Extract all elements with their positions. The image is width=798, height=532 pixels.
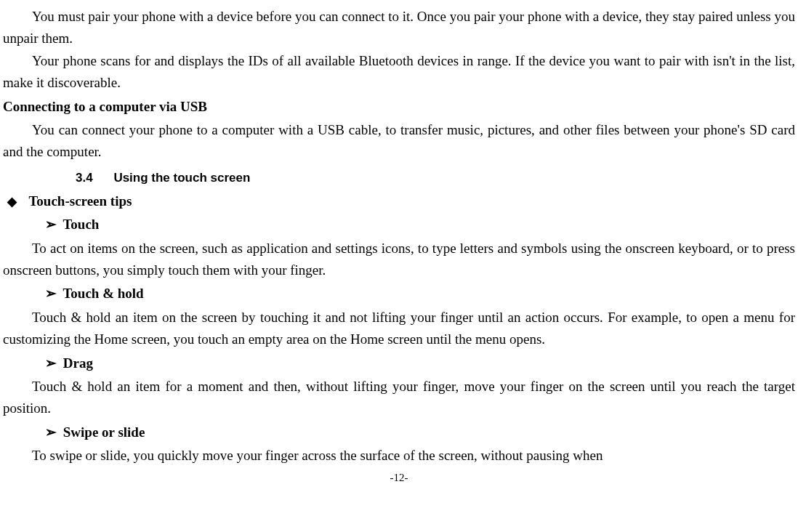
arrow-icon: ➢: [45, 286, 57, 301]
section-title: Using the touch screen: [113, 171, 250, 185]
swipe-heading-text: Swipe or slide: [63, 424, 145, 440]
tips-heading: ◆ Touch-screen tips: [7, 190, 795, 212]
paragraph-swipe: To swipe or slide, you quickly move your…: [3, 445, 795, 467]
diamond-icon: ◆: [7, 195, 17, 209]
paragraph-scan: Your phone scans for and displays the ID…: [3, 50, 795, 94]
paragraph-touch: To act on items on the screen, such as a…: [3, 238, 795, 282]
section-number: 3.4: [76, 171, 93, 185]
arrow-icon: ➢: [45, 424, 57, 440]
paragraph-drag: Touch & hold an item for a moment and th…: [3, 376, 795, 420]
drag-heading-text: Drag: [63, 355, 93, 371]
paragraph-pairing: You must pair your phone with a device b…: [3, 6, 795, 50]
touch-heading: ➢ Touch: [45, 214, 795, 235]
page-number: -12-: [3, 469, 795, 486]
arrow-icon: ➢: [45, 217, 57, 232]
arrow-icon: ➢: [45, 355, 57, 371]
swipe-heading: ➢ Swipe or slide: [45, 422, 795, 443]
drag-heading: ➢ Drag: [45, 352, 795, 374]
touchhold-heading-text: Touch & hold: [63, 286, 143, 301]
section-heading: 3.4 Using the touch screen: [76, 168, 795, 188]
touch-heading-text: Touch: [63, 217, 99, 232]
tips-title-text: Touch-screen tips: [28, 193, 132, 209]
heading-usb: Connecting to a computer via USB: [3, 96, 795, 118]
paragraph-usb: You can connect your phone to a computer…: [3, 119, 795, 164]
paragraph-touchhold: Touch & hold an item on the screen by to…: [3, 307, 795, 351]
touchhold-heading: ➢ Touch & hold: [45, 283, 795, 305]
